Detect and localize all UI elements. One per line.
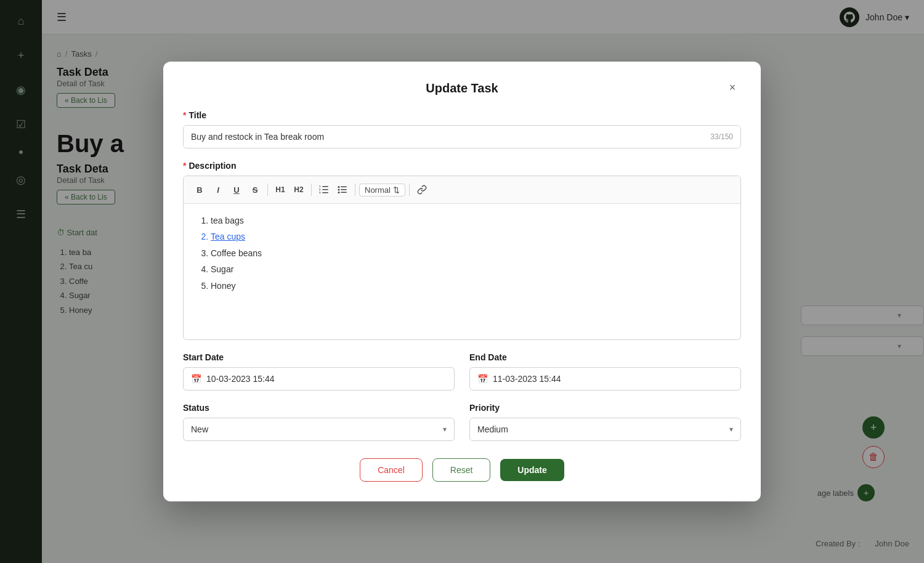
desc-item-1: tea bags [211,214,726,227]
description-label: * Description [183,161,741,171]
svg-rect-2 [322,192,328,193]
modal-header: Update Task × [183,81,741,95]
priority-chevron-icon: ▾ [729,425,733,434]
toolbar-ordered-list-btn[interactable]: 1.2.3. [315,181,333,198]
modal-close-button[interactable]: × [724,79,741,96]
desc-item-2: Tea cups [211,230,726,243]
toolbar-h2-btn[interactable]: H2 [290,181,307,198]
calendar-icon-end: 📅 [477,374,488,384]
start-date-input[interactable]: 📅 10-03-2023 15:44 [183,367,455,391]
priority-group: Priority Medium ▾ [469,403,741,441]
cancel-button[interactable]: Cancel [360,458,423,482]
title-form-group: * Title 33/150 [183,110,741,148]
title-label: * Title [183,110,741,120]
status-select[interactable]: New ▾ [183,418,455,441]
svg-point-8 [338,189,340,191]
priority-select[interactable]: Medium ▾ [469,418,741,441]
priority-value: Medium [477,424,508,434]
calendar-icon-start: 📅 [191,374,201,384]
svg-rect-7 [341,187,347,188]
end-date-input[interactable]: 📅 11-03-2023 15:44 [469,367,741,391]
title-required-star: * [183,110,186,120]
desc-item-5: Honey [211,279,726,293]
end-date-label: End Date [469,352,741,362]
start-date-label: Start Date [183,352,455,362]
reset-button[interactable]: Reset [432,458,491,482]
svg-rect-11 [341,192,347,193]
toolbar-sep-2 [311,184,312,196]
update-button[interactable]: Update [500,459,564,481]
toolbar-sep-1 [267,184,268,196]
editor-body[interactable]: tea bags Tea cups Coffee beans Sugar Hon… [184,204,740,339]
char-count: 33/150 [710,132,733,141]
select-row: Status New ▾ Priority Medium ▾ [183,403,741,441]
modal-actions: Cancel Reset Update [183,458,741,482]
toolbar-underline-btn[interactable]: U [228,181,245,198]
date-row: Start Date 📅 10-03-2023 15:44 End Date 📅… [183,352,741,391]
description-list: tea bags Tea cups Coffee beans Sugar Hon… [198,214,726,293]
font-style-label: Normal [365,185,391,195]
start-date-group: Start Date 📅 10-03-2023 15:44 [183,352,455,391]
svg-rect-0 [322,186,328,187]
toolbar-bold-btn[interactable]: B [191,181,208,198]
priority-label: Priority [469,403,741,413]
status-chevron-icon: ▾ [443,425,447,434]
svg-text:3.: 3. [319,191,321,194]
title-input-wrapper: 33/150 [183,125,741,148]
end-date-group: End Date 📅 11-03-2023 15:44 [469,352,741,391]
end-date-value: 11-03-2023 15:44 [493,374,561,384]
toolbar-font-select[interactable]: Normal ⇅ [359,184,405,196]
toolbar-strike-btn[interactable]: S [246,181,264,198]
toolbar-link-btn[interactable] [413,181,431,198]
toolbar-sep-3 [355,184,355,196]
toolbar-bullet-list-btn[interactable] [334,181,351,198]
description-form-group: * Description B I U S H1 H2 1.2.3. [183,161,741,340]
editor-container: B I U S H1 H2 1.2.3. Normal ⇅ [183,176,741,340]
toolbar-italic-btn[interactable]: I [209,181,227,198]
modal-title: Update Task [426,81,498,95]
svg-rect-1 [322,189,328,190]
description-required-star: * [183,161,186,171]
status-label: Status [183,403,455,413]
toolbar-h1-btn[interactable]: H1 [272,181,289,198]
font-select-chevron: ⇅ [393,185,400,195]
desc-item-4: Sugar [211,262,726,276]
start-date-value: 10-03-2023 15:44 [206,374,275,384]
svg-point-6 [338,186,340,188]
toolbar-sep-4 [409,184,410,196]
status-value: New [191,424,208,434]
title-input[interactable] [184,126,740,148]
update-task-modal: Update Task × * Title 33/150 * Descripti… [163,62,761,501]
desc-item-3: Coffee beans [211,246,726,260]
svg-point-10 [338,192,340,193]
svg-rect-9 [341,189,347,190]
editor-toolbar: B I U S H1 H2 1.2.3. Normal ⇅ [184,176,740,204]
status-group: Status New ▾ [183,403,455,441]
